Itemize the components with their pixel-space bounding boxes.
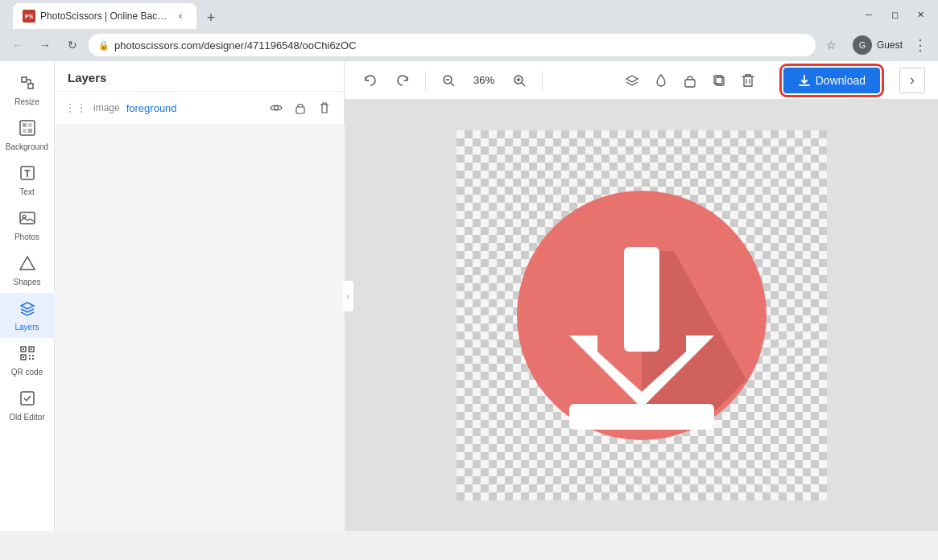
svg-rect-8	[28, 129, 32, 133]
droplet-button[interactable]	[648, 68, 674, 93]
oldeditor-label: Old Editor	[9, 413, 44, 422]
layer-drag-handle[interactable]: ⋮⋮	[64, 101, 87, 114]
minimize-button[interactable]: ─	[857, 3, 880, 26]
zoom-level-display: 36%	[468, 74, 500, 86]
window-close-button[interactable]: ✕	[909, 3, 932, 26]
layers-panel-title: Layers	[55, 61, 344, 92]
reload-button[interactable]: ↻	[61, 34, 84, 56]
toolbar-separator-2	[542, 71, 543, 90]
background-icon	[19, 119, 36, 139]
zoom-in-button[interactable]	[506, 68, 532, 93]
canvas-image	[505, 179, 779, 452]
address-bar[interactable]: 🔒 photoscissors.com/designer/471196548/o…	[89, 34, 816, 56]
text-label: Text	[19, 187, 34, 196]
text-icon: T	[19, 164, 36, 184]
toolbar-right-icons	[619, 68, 761, 93]
zoom-in-icon	[512, 73, 527, 88]
sidebar-item-qrcode[interactable]: QR code	[0, 338, 55, 383]
layers-panel-wrapper: Layers ⋮⋮ image foreground	[55, 61, 345, 531]
undo-icon	[363, 73, 378, 88]
layer-lock-button[interactable]	[291, 98, 310, 117]
canvas-viewport[interactable]	[345, 100, 938, 531]
maximize-button[interactable]: ◻	[883, 3, 906, 26]
layers-icon	[19, 299, 36, 319]
delete-icon	[742, 73, 754, 88]
duplicate-button[interactable]	[706, 68, 732, 93]
svg-rect-11	[20, 212, 35, 224]
svg-rect-7	[23, 129, 27, 133]
background-label: Background	[6, 142, 48, 151]
qrcode-label: QR code	[11, 368, 43, 377]
profile-button[interactable]: G	[851, 34, 874, 56]
download-btn-label: Download	[816, 74, 866, 87]
layer-name-label: foreground	[126, 102, 260, 114]
duplicate-icon	[712, 73, 726, 88]
svg-rect-5	[23, 123, 27, 127]
toolbar: 36%	[345, 61, 938, 100]
browser-tab[interactable]: PS PhotoScissors | Online Backgr... ×	[13, 3, 196, 29]
sidebar-item-shapes[interactable]: Shapes	[0, 248, 55, 293]
layer-delete-button[interactable]	[315, 98, 334, 117]
collapse-panel-button[interactable]: ‹	[343, 280, 354, 312]
svg-rect-4	[20, 121, 35, 135]
eye-icon	[270, 101, 283, 114]
layers-toolbar-icon	[625, 73, 639, 88]
close-right-panel-button[interactable]: ›	[899, 68, 925, 93]
download-button[interactable]: Download	[783, 68, 880, 93]
title-bar: PS PhotoScissors | Online Backgr... × + …	[0, 0, 938, 29]
tab-favicon: PS	[23, 10, 35, 23]
redo-button[interactable]	[390, 68, 415, 93]
lock-toolbar-button[interactable]	[677, 68, 703, 93]
droplet-icon	[654, 73, 668, 88]
layer-visibility-button[interactable]	[267, 98, 286, 117]
url-text: photoscissors.com/designer/471196548/ooC…	[114, 39, 357, 51]
layers-toolbar-button[interactable]	[619, 68, 645, 93]
zoom-out-button[interactable]	[436, 68, 461, 93]
new-tab-button[interactable]: +	[200, 6, 222, 29]
canvas-container	[457, 130, 827, 500]
download-btn-icon	[798, 74, 811, 87]
svg-rect-26	[296, 107, 304, 113]
sidebar-item-layers[interactable]: Layers	[0, 293, 55, 338]
svg-rect-21	[32, 355, 34, 356]
browser-chrome: PS PhotoScissors | Online Backgr... × + …	[0, 0, 938, 61]
bookmark-button[interactable]: ☆	[820, 34, 843, 56]
tool-sidebar: Resize Background T	[0, 61, 55, 531]
photos-label: Photos	[14, 233, 39, 241]
sidebar-item-text[interactable]: T Text	[0, 158, 55, 203]
forward-button[interactable]: →	[34, 34, 56, 56]
toolbar-separator-1	[425, 71, 426, 90]
collapse-icon: ‹	[347, 292, 349, 301]
sidebar-item-photos[interactable]: Photos	[0, 203, 55, 248]
browser-menu-button[interactable]: ⋮	[909, 34, 932, 56]
tab-bar: PS PhotoScissors | Online Backgr... × +	[6, 0, 857, 29]
svg-marker-13	[20, 257, 35, 270]
undo-button[interactable]	[357, 68, 383, 93]
layers-label: Layers	[14, 323, 39, 331]
tab-close-btn[interactable]: ×	[174, 10, 187, 23]
sidebar-item-oldeditor[interactable]: Old Editor	[0, 383, 55, 428]
back-button[interactable]: ←	[6, 34, 29, 56]
close-panel-icon: ›	[910, 72, 915, 89]
svg-rect-23	[32, 358, 34, 360]
redo-icon	[395, 73, 410, 88]
svg-rect-24	[21, 392, 34, 405]
svg-rect-44	[569, 404, 714, 430]
svg-rect-6	[28, 123, 32, 127]
canvas-area: 36%	[345, 61, 938, 531]
tab-title: PhotoScissors | Online Backgr...	[40, 10, 169, 22]
svg-rect-42	[624, 247, 659, 352]
svg-rect-0	[22, 77, 27, 82]
layer-item-foreground[interactable]: ⋮⋮ image foreground	[55, 92, 344, 125]
lock-icon	[295, 101, 306, 114]
profile-avatar: G	[853, 35, 872, 55]
shapes-label: Shapes	[14, 278, 41, 286]
svg-line-33	[522, 83, 525, 86]
delete-toolbar-button[interactable]	[735, 68, 761, 93]
layers-panel: Layers ⋮⋮ image foreground	[55, 61, 345, 125]
sidebar-item-background[interactable]: Background	[0, 113, 55, 158]
oldeditor-icon	[19, 389, 36, 410]
sidebar-item-resize[interactable]: Resize	[0, 68, 55, 113]
lock-toolbar-icon	[684, 73, 696, 88]
window-controls: ─ ◻ ✕	[857, 3, 932, 26]
